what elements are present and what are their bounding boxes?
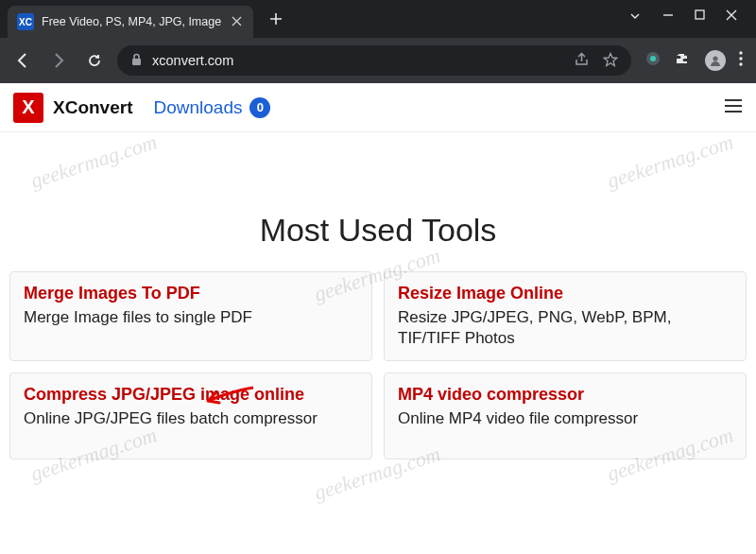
browser-menu-icon[interactable] [739, 51, 743, 71]
reload-button[interactable] [81, 47, 108, 74]
tool-card-title: Compress JPG/JPEG image online [24, 385, 358, 405]
browser-toolbar: xconvert.com [0, 38, 756, 83]
downloads-label: Downloads [153, 97, 242, 118]
page-content: X XConvert Downloads 0 Most Used Tools M… [0, 83, 756, 554]
url-text: xconvert.com [152, 53, 233, 68]
svg-point-4 [713, 56, 717, 61]
profile-avatar[interactable] [705, 50, 726, 71]
window-close-icon[interactable] [726, 9, 737, 23]
extensions-puzzle-icon[interactable] [675, 50, 692, 71]
window-maximize-icon[interactable] [695, 9, 705, 23]
tool-card-mp4-compressor[interactable]: MP4 video compressor Online MP4 video fi… [384, 372, 747, 459]
browser-tab[interactable]: XC Free Video, PS, MP4, JPG, Image, PDF … [8, 6, 253, 38]
site-logo[interactable]: X [13, 93, 43, 123]
new-tab-button[interactable] [263, 6, 289, 32]
address-bar[interactable]: xconvert.com [117, 45, 631, 76]
svg-point-7 [739, 62, 742, 65]
share-icon[interactable] [574, 52, 590, 70]
window-controls [628, 0, 756, 23]
bookmark-star-icon[interactable] [603, 52, 618, 70]
watermark: geekermag.com [604, 130, 736, 194]
tool-card-title: Resize Image Online [398, 284, 732, 303]
tool-card-desc: Online MP4 video file compressor [398, 408, 732, 429]
watermark: geekermag.com [27, 130, 160, 194]
downloads-count-badge: 0 [249, 97, 270, 118]
tab-favicon: XC [17, 13, 34, 30]
back-button[interactable] [9, 47, 36, 74]
forward-button[interactable] [45, 47, 72, 74]
window-dropdown-icon[interactable] [628, 9, 642, 23]
tool-card-title: MP4 video compressor [398, 385, 732, 405]
tool-card-desc: Merge Image files to single PDF [24, 307, 358, 328]
window-minimize-icon[interactable] [662, 9, 674, 23]
tab-title: Free Video, PS, MP4, JPG, Image, PDF an [42, 15, 222, 28]
extension-icon-1[interactable] [644, 50, 662, 71]
site-header: X XConvert Downloads 0 [0, 83, 756, 132]
tool-card-resize-image-online[interactable]: Resize Image Online Resize JPG/JPEG, PNG… [384, 271, 747, 361]
titlebar: XC Free Video, PS, MP4, JPG, Image, PDF … [0, 0, 756, 38]
svg-point-6 [739, 57, 742, 60]
lock-icon [130, 53, 143, 69]
tab-close-icon[interactable] [230, 12, 244, 31]
site-menu-icon[interactable] [724, 96, 743, 118]
tools-grid: Merge Images To PDF Merge Image files to… [0, 271, 756, 459]
tool-card-desc: Resize JPG/JPEG, PNG, WebP, BPM, TIF/TIF… [398, 307, 732, 349]
downloads-link[interactable]: Downloads 0 [153, 97, 270, 118]
section-title: Most Used Tools [0, 212, 756, 249]
site-name: XConvert [53, 97, 132, 118]
tool-card-merge-images-to-pdf[interactable]: Merge Images To PDF Merge Image files to… [9, 271, 372, 361]
svg-rect-0 [696, 10, 704, 19]
svg-point-5 [739, 51, 742, 54]
tool-card-title: Merge Images To PDF [24, 284, 358, 303]
svg-rect-1 [132, 59, 141, 65]
tool-card-compress-jpg[interactable]: Compress JPG/JPEG image online Online JP… [9, 372, 372, 459]
tool-card-desc: Online JPG/JPEG files batch compressor [24, 408, 358, 429]
svg-point-3 [650, 56, 656, 61]
